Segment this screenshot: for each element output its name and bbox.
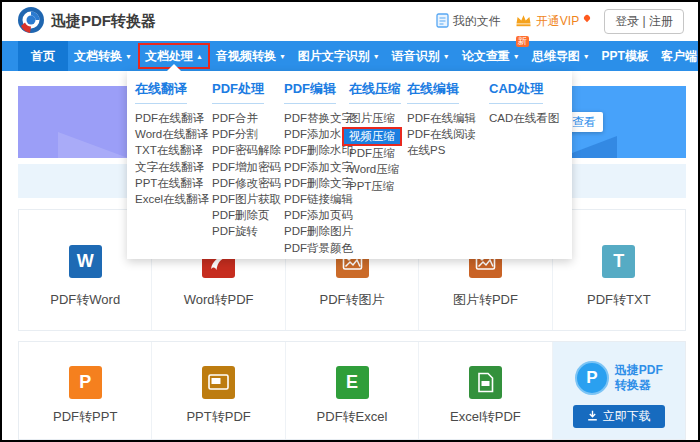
chevron-down-icon: ▼ <box>279 53 286 60</box>
chevron-down-icon: ▼ <box>513 53 520 60</box>
desktop-app-promo-card: P 迅捷PDF 转换器 立即下载 <box>553 342 685 439</box>
dropdown-column-2: PDF编辑PDF替换文字PDF添加水印PDF删除水印PDF添加文字PDF删除文字… <box>284 79 349 259</box>
crown-icon <box>515 14 532 30</box>
app-window: 迅捷PDF转换器 我的文件 开通VIP <box>0 0 700 442</box>
tool-label: PDF转TXT <box>587 291 651 309</box>
tool-grid-row-2: PPDF转PPTPPT转PDFEPDF转ExcelExcel转PDF P 迅捷P… <box>18 341 686 440</box>
tool-label: PDF转PPT <box>53 408 117 426</box>
nav-item-8[interactable]: PPT模板 <box>596 41 655 71</box>
nav-item-label: 音视频转换 <box>216 48 276 65</box>
tool-label: PDF转图片 <box>320 291 385 309</box>
menu-item[interactable]: PDF在线翻译 <box>135 110 212 126</box>
chevron-down-icon: ▼ <box>443 53 450 60</box>
chevron-down-icon: ▼ <box>583 53 590 60</box>
menu-item[interactable]: PDF替换文字 <box>284 110 349 126</box>
menu-item[interactable]: PDF删除页 <box>212 207 284 223</box>
top-right-links: 我的文件 开通VIP 登录 | 注册 <box>436 9 684 34</box>
file-pdf-icon <box>469 366 502 399</box>
menu-item[interactable]: PDF删除图片 <box>284 223 349 239</box>
menu-item[interactable]: PDF图片获取 <box>212 191 284 207</box>
tool-card-PPT转PDF[interactable]: PPT转PDF <box>152 342 285 439</box>
nav-item-9[interactable]: 客户端▼ <box>655 41 700 71</box>
menu-item[interactable]: 在线PS <box>407 142 489 158</box>
menu-item[interactable]: PPT在线翻译 <box>135 175 212 191</box>
dropdown-column-title[interactable]: PDF处理 <box>212 80 264 104</box>
menu-item[interactable]: PDF旋转 <box>212 223 284 239</box>
tool-label: PPT转PDF <box>186 408 250 426</box>
chevron-down-icon: ▼ <box>373 53 380 60</box>
menu-item[interactable]: PDF密码解除 <box>212 142 284 158</box>
my-files-link[interactable]: 我的文件 <box>436 13 501 31</box>
menu-item[interactable]: PDF删除水印 <box>284 142 349 158</box>
menu-item[interactable]: PPT压缩 <box>349 178 407 194</box>
menu-item[interactable]: PDF合并 <box>212 110 284 126</box>
nav-item-label: 文档转换 <box>74 48 122 65</box>
menu-item[interactable]: PDF增加密码 <box>212 159 284 175</box>
menu-item[interactable]: 文字在线翻译 <box>135 159 212 175</box>
tool-card-PDF转Excel[interactable]: EPDF转Excel <box>286 342 419 439</box>
menu-item[interactable]: Word压缩 <box>349 161 407 177</box>
promo-brand: P 迅捷PDF 转换器 <box>575 361 663 395</box>
nav-item-7[interactable]: 思维导图▼ <box>526 41 596 71</box>
menu-item[interactable]: PDF删除文字 <box>284 175 349 191</box>
menu-item[interactable]: PDF修改密码 <box>212 175 284 191</box>
navbar: 首页文档转换▼文档处理▲音视频转换▼图片文字识别▼语音识别▼论文查重▼新思维导图… <box>2 41 698 71</box>
nav-item-1[interactable]: 文档转换▼ <box>68 41 138 71</box>
menu-item[interactable]: Word在线翻译 <box>135 126 212 142</box>
menu-item[interactable]: PDF添加水印 <box>284 126 349 142</box>
chevron-up-icon: ▲ <box>196 53 203 60</box>
dropdown-column-3: 在线压缩图片压缩视频压缩PDF压缩Word压缩PPT压缩 <box>349 79 407 259</box>
menu-item[interactable]: PDF在线阅读 <box>407 126 489 142</box>
nav-item-label: 文档处理 <box>145 48 193 65</box>
nav-item-3[interactable]: 音视频转换▼ <box>210 41 292 71</box>
open-vip-link[interactable]: 开通VIP <box>515 13 590 30</box>
document-processing-dropdown: 在线翻译PDF在线翻译Word在线翻译TXT在线翻译文字在线翻译PPT在线翻译E… <box>127 71 572 259</box>
nav-item-0[interactable]: 首页 <box>18 41 68 71</box>
top-bar: 迅捷PDF转换器 我的文件 开通VIP <box>2 2 698 41</box>
download-now-button[interactable]: 立即下载 <box>573 405 665 428</box>
flame-icon <box>583 13 591 21</box>
nav-item-4[interactable]: 图片文字识别▼ <box>292 41 386 71</box>
tool-label: Word转PDF <box>184 291 254 309</box>
login-register-button[interactable]: 登录 | 注册 <box>604 9 684 34</box>
nav-item-label: 论文查重 <box>462 48 510 65</box>
menu-item[interactable]: PDF添加文字 <box>284 159 349 175</box>
promo-logo-icon: P <box>575 361 609 395</box>
menu-item[interactable]: PDF压缩 <box>349 145 407 161</box>
nav-item-5[interactable]: 语音识别▼ <box>386 41 456 71</box>
file-icon <box>436 13 449 31</box>
tool-card-Excel转PDF[interactable]: Excel转PDF <box>419 342 552 439</box>
menu-item[interactable]: PDF链接编辑 <box>284 191 349 207</box>
excel-letter-icon: E <box>336 366 369 399</box>
dropdown-column-title[interactable]: 在线压缩 <box>349 80 401 104</box>
dropdown-column-1: PDF处理PDF合并PDF分割PDF密码解除PDF增加密码PDF修改密码PDF图… <box>212 79 284 259</box>
brand-logo-icon <box>18 7 44 37</box>
nav-item-label: 图片文字识别 <box>298 48 370 65</box>
menu-item[interactable]: PDF在线编辑 <box>407 110 489 126</box>
nav-item-label: PPT模板 <box>602 48 649 65</box>
dropdown-column-title[interactable]: PDF编辑 <box>284 80 336 104</box>
menu-item[interactable]: CAD在线看图 <box>489 110 575 126</box>
dropdown-column-title[interactable]: CAD处理 <box>489 80 543 104</box>
nav-item-6[interactable]: 论文查重▼新 <box>456 41 526 71</box>
txt-letter-icon: T <box>602 245 635 278</box>
tool-label: PDF转Word <box>50 291 120 309</box>
dropdown-column-title[interactable]: 在线编辑 <box>407 80 459 104</box>
menu-item[interactable]: PDF添加页码 <box>284 207 349 223</box>
slide-pdf-icon <box>202 366 235 399</box>
dropdown-pointer <box>167 64 181 71</box>
menu-item[interactable]: Excel在线翻译 <box>135 191 212 207</box>
menu-item[interactable]: 视频压缩 <box>342 127 402 146</box>
download-icon <box>587 410 598 424</box>
dropdown-column-title[interactable]: 在线翻译 <box>135 80 187 104</box>
promo-brand-name: 迅捷PDF 转换器 <box>615 363 663 393</box>
page-title: 迅捷PDF转换器 <box>51 12 156 31</box>
menu-item[interactable]: TXT在线翻译 <box>135 142 212 158</box>
dropdown-column-0: 在线翻译PDF在线翻译Word在线翻译TXT在线翻译文字在线翻译PPT在线翻译E… <box>135 79 212 259</box>
menu-item[interactable]: 图片压缩 <box>349 110 407 126</box>
menu-item[interactable]: PDF分割 <box>212 126 284 142</box>
menu-item[interactable]: PDF背景颜色 <box>284 240 349 256</box>
tool-label: PDF转Excel <box>317 408 388 426</box>
ppt-letter-icon: P <box>69 366 102 399</box>
tool-card-PDF转PPT[interactable]: PPDF转PPT <box>19 342 152 439</box>
